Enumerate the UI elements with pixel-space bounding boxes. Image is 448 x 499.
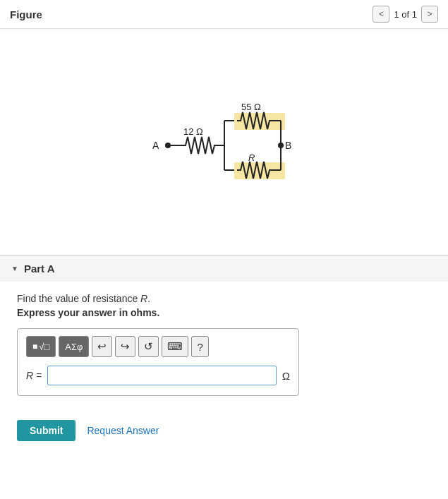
keyboard-button[interactable]: ⌨: [162, 336, 188, 357]
action-row: Submit Request Answer: [0, 410, 448, 452]
matrix-icon: ■: [32, 342, 37, 351]
part-section: ▼ Part A: [0, 255, 448, 282]
omega-label: Ω: [282, 370, 290, 382]
figure-header: Figure < 1 of 1 >: [0, 0, 448, 29]
find-text: Find the value of resistance R.: [17, 293, 431, 304]
request-answer-button[interactable]: Request Answer: [87, 425, 159, 436]
math-input-button[interactable]: ■ √□: [26, 336, 56, 357]
part-body: Find the value of resistance R. Express …: [0, 282, 448, 410]
r-equals-label: R =: [26, 370, 42, 381]
resistorR-label: R: [248, 152, 255, 163]
greek-button[interactable]: ΑΣφ: [59, 336, 89, 357]
help-icon: ?: [197, 341, 202, 353]
figure-title: Figure: [10, 8, 42, 20]
reset-button[interactable]: ↺: [138, 336, 159, 357]
express-text: Express your answer in ohms.: [17, 307, 431, 318]
undo-icon: ↩: [97, 340, 107, 353]
next-page-button[interactable]: >: [421, 6, 438, 23]
node-a-label: A: [152, 140, 159, 151]
pagination: < 1 of 1 >: [373, 6, 438, 23]
answer-row: R = Ω: [26, 366, 290, 385]
redo-button[interactable]: ↪: [115, 336, 135, 357]
part-header[interactable]: ▼ Part A: [0, 255, 448, 282]
prev-page-button[interactable]: <: [373, 6, 389, 23]
keyboard-icon: ⌨: [167, 340, 183, 353]
greek-label: ΑΣφ: [65, 342, 83, 352]
page-info: 1 of 1: [394, 9, 417, 20]
sqrt-label: √□: [39, 342, 49, 352]
reset-icon: ↺: [144, 340, 153, 353]
toolbar: ■ √□ ΑΣφ ↩ ↪ ↺ ⌨ ?: [26, 336, 290, 357]
part-label: Part A: [24, 263, 55, 275]
input-box: ■ √□ ΑΣφ ↩ ↪ ↺ ⌨ ? R =: [17, 328, 299, 396]
undo-button[interactable]: ↩: [92, 336, 112, 357]
node-b-label: B: [285, 140, 291, 151]
collapse-icon: ▼: [11, 265, 18, 272]
redo-icon: ↪: [121, 340, 130, 353]
answer-input[interactable]: [47, 366, 277, 385]
circuit-diagram: 12 Ω 55 Ω R A B: [0, 29, 448, 255]
resistor2-label: 55 Ω: [241, 102, 261, 112]
circuit-svg: 12 Ω 55 Ω R A B: [126, 82, 323, 209]
help-button[interactable]: ?: [191, 336, 208, 357]
submit-button[interactable]: Submit: [17, 420, 75, 441]
resistor1-label: 12 Ω: [183, 126, 203, 137]
svg-point-0: [165, 143, 171, 148]
